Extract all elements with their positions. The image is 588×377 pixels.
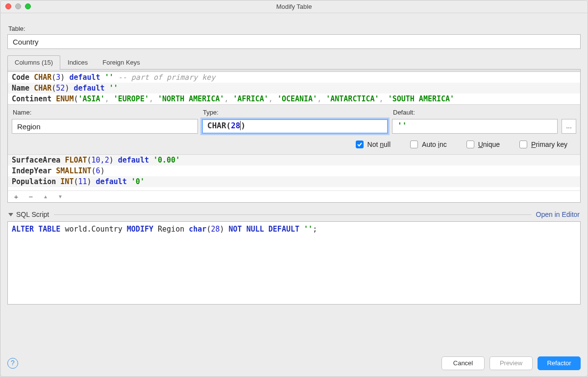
titlebar: Modify Table (0, 0, 588, 13)
preview-button[interactable]: Preview (490, 356, 533, 370)
name-label: Name: (13, 109, 198, 116)
tab-foreign-keys[interactable]: Foreign Keys (95, 55, 147, 70)
default-more-button[interactable]: ... (562, 119, 576, 134)
remove-column-button[interactable]: − (27, 192, 34, 201)
move-up-button[interactable]: ▲ (42, 194, 49, 199)
refactor-button[interactable]: Refactor (538, 356, 581, 370)
column-default-input[interactable]: '' (392, 119, 558, 134)
checkbox-icon (356, 141, 364, 148)
column-row[interactable]: Population INT(11) default '0' (8, 176, 580, 187)
chevron-down-icon[interactable] (8, 213, 13, 216)
primary-key-checkbox[interactable]: Primary key (519, 141, 567, 148)
column-type-input[interactable]: CHAR(28) (202, 119, 388, 134)
close-icon[interactable] (5, 3, 11, 9)
add-column-button[interactable]: + (13, 192, 20, 201)
column-editor: Name: Type: CHAR(28) Default: '' ... (8, 104, 580, 155)
checkbox-icon (466, 141, 474, 148)
sql-script-box[interactable]: ALTER TABLE world.Country MODIFY Region … (7, 221, 581, 305)
dialog-footer: ? Cancel Preview Refactor (0, 350, 588, 377)
column-row[interactable]: SurfaceArea FLOAT(10,2) default '0.00' (8, 155, 580, 165)
sql-script-label: SQL Script (16, 211, 49, 218)
col-name: Code (12, 73, 29, 82)
list-toolbar: + − ▲ ▼ (8, 190, 580, 202)
auto-inc-checkbox[interactable]: Auto inc (410, 141, 447, 148)
checkbox-icon (410, 141, 418, 148)
open-in-editor-link[interactable]: Open in Editor (536, 211, 580, 218)
column-row[interactable]: Name CHAR(52) default '' (8, 83, 580, 94)
content: Table: Columns (15) Indices Foreign Keys… (0, 13, 588, 305)
checkbox-icon (519, 141, 527, 148)
column-row[interactable]: IndepYear SMALLINT(6) (8, 165, 580, 176)
column-name-input[interactable] (12, 119, 198, 134)
modify-table-dialog: Modify Table Table: Columns (15) Indices… (0, 0, 588, 377)
column-flags: Not null Auto inc Unique Primary key (12, 141, 578, 148)
window-controls (5, 3, 31, 9)
default-label: Default: (393, 109, 558, 116)
tab-indices[interactable]: Indices (60, 55, 95, 70)
move-down-button[interactable]: ▼ (57, 194, 64, 199)
table-name-input[interactable] (7, 34, 581, 49)
cancel-button[interactable]: Cancel (441, 356, 485, 370)
col-type: CHAR (34, 73, 51, 82)
column-row[interactable]: Code CHAR(3) default '' -- part of prima… (8, 72, 580, 83)
divider (54, 214, 531, 215)
table-label: Table: (8, 25, 581, 32)
unique-checkbox[interactable]: Unique (466, 141, 500, 148)
maximize-icon[interactable] (25, 3, 31, 9)
window-title: Modify Table (276, 3, 312, 10)
type-label: Type: (203, 109, 388, 116)
not-null-checkbox[interactable]: Not null (356, 141, 391, 148)
help-button[interactable]: ? (7, 358, 18, 369)
column-row[interactable]: Continent ENUM('ASIA', 'EUROPE', 'NORTH … (8, 94, 580, 104)
sql-script-header: SQL Script Open in Editor (8, 211, 580, 218)
tab-columns[interactable]: Columns (15) (7, 55, 60, 70)
columns-list: Code CHAR(3) default '' -- part of prima… (7, 70, 581, 203)
minimize-icon (15, 3, 21, 9)
tabs: Columns (15) Indices Foreign Keys (7, 55, 581, 70)
